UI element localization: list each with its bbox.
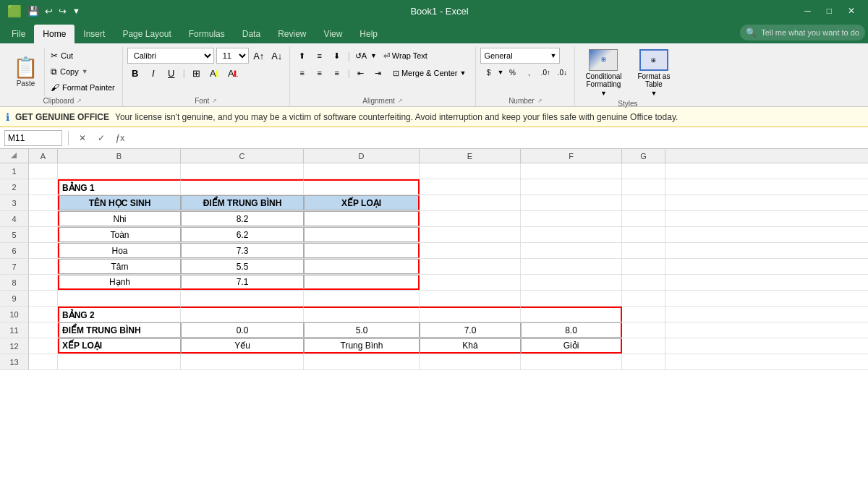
align-right-button[interactable]: ≡ [329, 65, 345, 81]
increase-decimal-button[interactable]: .0↑ [537, 65, 553, 80]
cell-b9[interactable] [58, 291, 181, 306]
cell-b6[interactable]: Hoa [58, 243, 181, 258]
cell-d8[interactable] [304, 275, 420, 290]
cell-b4[interactable]: Nhi [58, 211, 181, 226]
insert-function-button[interactable]: ƒx [112, 130, 128, 146]
select-all-icon[interactable] [11, 153, 18, 160]
cut-button[interactable]: ✂ Cut [48, 49, 118, 62]
accounting-button[interactable]: $ [480, 65, 496, 80]
col-header-f[interactable]: F [521, 149, 622, 163]
cell-f9[interactable] [521, 291, 622, 306]
cell-b3[interactable]: TÊN HỌC SINH [58, 195, 181, 210]
font-name-selector[interactable]: Calibri [127, 48, 214, 64]
tab-file[interactable]: File [3, 25, 34, 43]
cell-c5[interactable]: 6.2 [181, 227, 304, 242]
cell-f3[interactable] [521, 195, 622, 210]
cell-a2[interactable] [29, 179, 58, 194]
row-header-1[interactable]: 1 [0, 163, 29, 179]
enter-button[interactable]: ✓ [93, 130, 109, 146]
text-direction-button[interactable]: ↺A [353, 48, 369, 64]
decrease-font-button[interactable]: A↓ [269, 48, 285, 64]
number-format-dropdown[interactable]: ▼ [550, 52, 557, 59]
cell-a12[interactable] [29, 338, 58, 354]
formula-input[interactable] [131, 132, 864, 145]
cell-e4[interactable] [420, 211, 521, 226]
conditional-formatting-button[interactable]: ⊞ ConditionalFormatting ▼ [579, 48, 627, 98]
close-btn[interactable]: ✕ [842, 6, 861, 16]
cell-d7[interactable] [304, 259, 420, 274]
conditional-formatting-dropdown[interactable]: ▼ [600, 90, 607, 97]
tab-data[interactable]: Data [234, 25, 269, 43]
cell-e3[interactable] [420, 195, 521, 210]
cell-a1[interactable] [29, 163, 58, 179]
cell-c4[interactable]: 8.2 [181, 211, 304, 226]
number-expand-icon[interactable]: ↗ [537, 98, 542, 104]
format-painter-button[interactable]: 🖌 Format Painter [48, 81, 118, 94]
row-header-6[interactable]: 6 [0, 243, 29, 259]
minimize-btn[interactable]: ─ [799, 6, 817, 16]
format-as-table-button[interactable]: ⊞ Format asTable ▼ [631, 48, 676, 98]
row-header-5[interactable]: 5 [0, 227, 29, 243]
cell-f8[interactable] [521, 275, 622, 290]
decrease-decimal-button[interactable]: .0↓ [554, 65, 570, 80]
align-left-button[interactable]: ≡ [294, 65, 310, 81]
cell-f2[interactable] [521, 179, 622, 194]
font-expand-icon[interactable]: ↗ [212, 98, 217, 104]
row-header-7[interactable]: 7 [0, 259, 29, 275]
cell-c1[interactable] [181, 163, 304, 179]
cell-a4[interactable] [29, 211, 58, 226]
align-top-button[interactable]: ⬆ [294, 48, 310, 64]
cell-d6[interactable] [304, 243, 420, 258]
merge-center-button[interactable]: ⊡ Merge & Center ▼ [388, 67, 472, 80]
cell-a8[interactable] [29, 275, 58, 290]
cell-c11[interactable]: 0.0 [181, 322, 304, 338]
cell-b8[interactable]: Hạnh [58, 275, 181, 290]
copy-button[interactable]: ⧉ Copy ▼ [48, 65, 118, 78]
cell-b10[interactable]: BẢNG 2 [58, 307, 181, 322]
cell-f5[interactable] [521, 227, 622, 242]
cell-g2[interactable] [622, 179, 665, 194]
col-header-a[interactable]: A [29, 149, 58, 163]
cell-c13[interactable] [181, 354, 304, 369]
cell-d1[interactable] [304, 163, 420, 179]
cell-a10[interactable] [29, 307, 58, 322]
cell-g5[interactable] [622, 227, 665, 242]
cell-e8[interactable] [420, 275, 521, 290]
undo-icon[interactable]: ↩ [45, 6, 53, 17]
cell-f12[interactable]: Giỏi [521, 338, 622, 354]
underline-button[interactable]: U [163, 65, 179, 81]
name-box[interactable] [4, 130, 62, 146]
cell-d9[interactable] [304, 291, 420, 306]
col-header-c[interactable]: C [181, 149, 304, 163]
cell-f6[interactable] [521, 243, 622, 258]
format-as-table-dropdown[interactable]: ▼ [650, 90, 657, 97]
cell-g7[interactable] [622, 259, 665, 274]
cell-b12[interactable]: XẾP LOẠI [58, 338, 181, 354]
cell-g8[interactable] [622, 275, 665, 290]
redo-icon[interactable]: ↪ [59, 6, 67, 17]
cell-d2[interactable] [304, 179, 420, 194]
tab-formulas[interactable]: Formulas [180, 25, 234, 43]
cell-c12[interactable]: Yếu [181, 338, 304, 354]
cell-e7[interactable] [420, 259, 521, 274]
font-color-button[interactable]: A▌ [225, 65, 241, 81]
cell-e5[interactable] [420, 227, 521, 242]
cell-a7[interactable] [29, 259, 58, 274]
cell-g10[interactable] [622, 307, 665, 322]
row-header-11[interactable]: 11 [0, 322, 29, 338]
cell-d11[interactable]: 5.0 [304, 322, 420, 338]
cell-g11[interactable] [622, 322, 665, 338]
cell-e13[interactable] [420, 354, 521, 369]
cell-b1[interactable] [58, 163, 181, 179]
cell-g12[interactable] [622, 338, 665, 354]
clipboard-expand-icon[interactable]: ↗ [77, 98, 82, 104]
row-header-2[interactable]: 2 [0, 179, 29, 195]
merge-dropdown-icon[interactable]: ▼ [460, 69, 467, 77]
cell-g13[interactable] [622, 354, 665, 369]
cell-d4[interactable] [304, 211, 420, 226]
cell-a5[interactable] [29, 227, 58, 242]
font-size-selector[interactable]: 11 [216, 48, 249, 64]
paste-button[interactable]: 📋 Paste [7, 48, 45, 95]
search-bar[interactable]: 🔍 Tell me what you want to do [740, 25, 865, 40]
cell-c9[interactable] [181, 291, 304, 306]
